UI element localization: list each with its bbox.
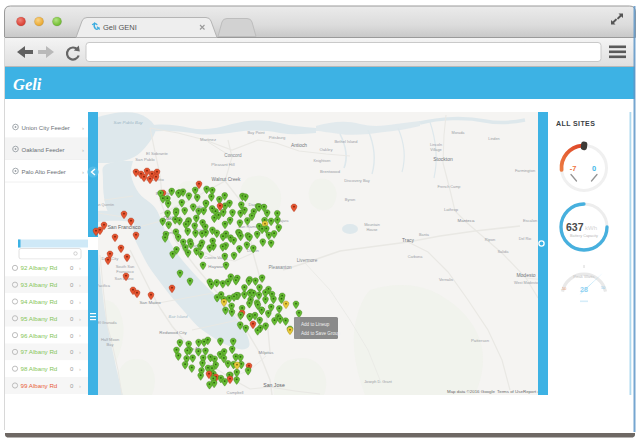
svg-text:West Modesto: West Modesto <box>514 281 538 285</box>
svg-text:Morada: Morada <box>452 131 466 135</box>
svg-text:Add to Lineup: Add to Lineup <box>301 322 330 327</box>
svg-text:97 Albany Rd: 97 Albany Rd <box>21 348 58 355</box>
svg-text:Peak Watts: Peak Watts <box>573 274 594 279</box>
svg-text:Bair Island: Bair Island <box>169 314 189 319</box>
svg-text:Palo Alto Feeder: Palo Alto Feeder <box>22 169 66 175</box>
svg-text:Add to Save Group: Add to Save Group <box>301 331 341 336</box>
svg-text:›: › <box>79 299 81 305</box>
svg-text:Mountain: Mountain <box>364 223 380 227</box>
svg-text:94 Albany Rd: 94 Albany Rd <box>21 298 58 305</box>
svg-text:Map data ©2016 Google: Map data ©2016 Google <box>447 389 495 394</box>
svg-text:Escalon: Escalon <box>523 218 537 223</box>
svg-text:28: 28 <box>580 286 588 293</box>
svg-text:92 Albany Rd: 92 Albany Rd <box>21 264 58 271</box>
svg-text:›: › <box>79 265 81 271</box>
svg-text:50: 50 <box>601 286 605 290</box>
svg-text:Tracy: Tracy <box>402 238 414 243</box>
svg-text:San Jose: San Jose <box>263 382 285 388</box>
svg-text:›: › <box>79 282 81 288</box>
svg-text:French Camp: French Camp <box>437 185 460 189</box>
svg-text:Oakland Feeder: Oakland Feeder <box>22 147 65 153</box>
svg-text:San Pablo: San Pablo <box>135 157 155 162</box>
svg-text:San Francisco: San Francisco <box>107 224 140 230</box>
svg-text:99 Albany Rd: 99 Albany Rd <box>21 382 58 389</box>
svg-text:Patterson: Patterson <box>471 338 490 343</box>
svg-text:-50: -50 <box>561 287 566 291</box>
svg-text:Pacifica: Pacifica <box>96 283 111 288</box>
svg-text:Bethel Island: Bethel Island <box>334 139 357 144</box>
svg-text:Battery Capacity: Battery Capacity <box>570 234 598 238</box>
svg-text:›: › <box>79 316 81 322</box>
svg-text:›: › <box>82 147 84 153</box>
svg-text:Carbona: Carbona <box>408 255 423 259</box>
svg-text:Geli: Geli <box>13 75 42 94</box>
svg-text:House: House <box>367 228 378 232</box>
svg-text:Pleasant Hill: Pleasant Hill <box>211 162 234 167</box>
svg-text:Pleasanton: Pleasanton <box>269 265 292 270</box>
svg-text:Campbell: Campbell <box>227 390 244 395</box>
svg-text:Del Rio: Del Rio <box>519 237 531 241</box>
svg-text:Joseph D. Grant: Joseph D. Grant <box>364 380 393 384</box>
svg-text:›: › <box>79 383 81 389</box>
svg-text:Byron: Byron <box>345 197 355 202</box>
svg-text:Redwood City: Redwood City <box>159 330 187 335</box>
svg-text:Brentwood: Brentwood <box>320 169 341 174</box>
svg-text:kWh: kWh <box>585 225 597 231</box>
svg-text:Bay: Bay <box>107 342 114 347</box>
svg-text:Banta: Banta <box>419 233 430 237</box>
svg-text:Modesto: Modesto <box>516 272 535 278</box>
svg-text:96 Albany Rd: 96 Albany Rd <box>21 332 58 339</box>
svg-text:Village: Village <box>430 148 441 152</box>
svg-text:Stockton: Stockton <box>433 156 453 162</box>
svg-text:Martinez: Martinez <box>200 137 216 142</box>
svg-text:›: › <box>79 366 81 372</box>
svg-text:Ripon: Ripon <box>485 237 495 242</box>
svg-text:Linden: Linden <box>488 137 499 141</box>
svg-text:Farmington: Farmington <box>515 168 535 173</box>
svg-text:Lathrop: Lathrop <box>444 207 459 212</box>
svg-text:Geli GENI: Geli GENI <box>103 23 137 32</box>
svg-text:›: › <box>82 169 84 175</box>
svg-text:Manteca: Manteca <box>458 218 475 223</box>
svg-text:Walnut Creek: Walnut Creek <box>212 177 241 182</box>
svg-text:Discovery Bay: Discovery Bay <box>344 178 370 183</box>
svg-text:Knightsen: Knightsen <box>314 159 331 163</box>
svg-text:El Sobrante: El Sobrante <box>146 151 169 156</box>
svg-text:0: 0 <box>592 164 596 173</box>
svg-text:Antioch: Antioch <box>291 143 307 148</box>
svg-text:Vernalis: Vernalis <box>439 277 453 282</box>
svg-text:Livermore: Livermore <box>297 258 318 263</box>
svg-text:Oakley: Oakley <box>319 147 333 152</box>
svg-text:Terms of Use: Terms of Use <box>497 389 523 394</box>
svg-text:98 Albany Rd: 98 Albany Rd <box>21 365 58 372</box>
svg-text:ALL SITES: ALL SITES <box>556 120 595 127</box>
svg-text:637: 637 <box>566 221 584 233</box>
svg-text:San Pablo Bay: San Pablo Bay <box>113 120 143 125</box>
svg-text:›: › <box>79 349 81 355</box>
svg-text:Pittsburg: Pittsburg <box>269 135 286 140</box>
svg-text:Bay Point: Bay Point <box>247 130 265 135</box>
svg-text:Salida: Salida <box>497 249 509 254</box>
svg-text:›: › <box>79 332 81 338</box>
svg-text:93 Albany Rd: 93 Albany Rd <box>21 281 58 288</box>
svg-text:Concord: Concord <box>224 153 242 158</box>
svg-text:Milpitas: Milpitas <box>259 350 275 355</box>
svg-text:Union City Feeder: Union City Feeder <box>22 125 70 131</box>
svg-text:El Granada: El Granada <box>97 321 117 325</box>
svg-text:San Mateo: San Mateo <box>139 300 161 305</box>
svg-text:95 Albany Rd: 95 Albany Rd <box>21 315 58 322</box>
svg-text:-7: -7 <box>570 164 577 173</box>
svg-text:Lincoln: Lincoln <box>430 143 442 147</box>
svg-text:›: › <box>82 125 84 131</box>
